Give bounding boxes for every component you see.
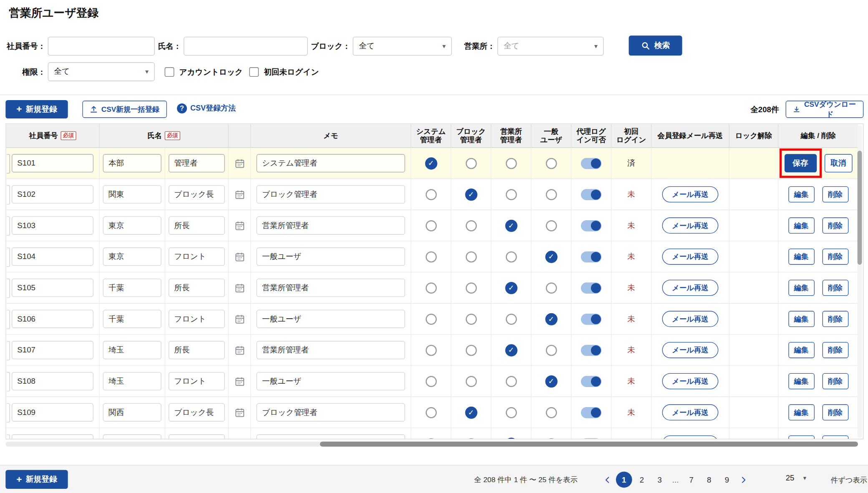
name-first-field[interactable]: フロント [169, 372, 225, 390]
delete-button[interactable]: 削除 [822, 217, 848, 234]
block-admin-radio[interactable]: ✓ [465, 282, 477, 294]
mail-resend-button[interactable]: メール再送 [662, 186, 718, 203]
csv-download-button[interactable]: CSVダウンロード [786, 101, 864, 118]
new-register-button[interactable]: + 新規登録 [5, 100, 68, 118]
page-button-8[interactable]: 8 [701, 472, 717, 488]
vertical-scrollbar-thumb[interactable] [858, 151, 862, 264]
office-admin-radio[interactable]: ✓ [505, 344, 517, 356]
system-admin-radio[interactable]: ✓ [425, 282, 437, 294]
employee-no-field[interactable]: S105 [12, 279, 93, 297]
name-last-field[interactable]: 本部 [103, 154, 161, 172]
memo-field[interactable]: 営業所管理者 [257, 341, 405, 359]
delete-button[interactable]: 削除 [822, 342, 848, 358]
name-first-field[interactable]: 所長 [169, 434, 225, 439]
name-last-field[interactable]: 埼玉 [103, 341, 161, 359]
block-admin-radio[interactable]: ✓ [465, 438, 477, 439]
delete-button[interactable]: 削除 [822, 280, 848, 296]
general-user-radio[interactable]: ✓ [545, 189, 557, 200]
memo-field[interactable]: 営業所管理者 [257, 216, 405, 235]
proxy-login-toggle[interactable] [581, 158, 601, 169]
system-admin-radio[interactable]: ✓ [425, 345, 437, 356]
first-login-filter-checkbox[interactable] [249, 67, 259, 77]
memo-field[interactable]: 一般ユーザ [257, 310, 405, 328]
page-button-3[interactable]: 3 [651, 472, 668, 488]
csv-help-link[interactable]: ? CSV登録方法 [177, 103, 236, 113]
name-last-field[interactable]: 千葉 [103, 310, 161, 328]
name-first-field[interactable]: ブロック長 [169, 185, 225, 204]
system-admin-radio[interactable]: ✓ [425, 220, 437, 231]
name-first-field[interactable]: 所長 [169, 216, 225, 235]
employee-no-field[interactable]: S103 [12, 216, 93, 235]
calendar-icon[interactable] [234, 251, 245, 262]
general-user-radio[interactable]: ✓ [545, 251, 557, 263]
employee-no-field[interactable]: S109 [12, 403, 93, 422]
office-admin-radio[interactable]: ✓ [505, 438, 517, 440]
name-first-field[interactable]: フロント [169, 310, 225, 328]
account-lock-checkbox[interactable] [165, 67, 174, 77]
page-button-1[interactable]: 1 [616, 472, 632, 488]
system-admin-radio[interactable]: ✓ [425, 251, 437, 262]
proxy-login-toggle[interactable] [581, 189, 601, 200]
name-last-field[interactable]: 埼玉 [103, 372, 161, 390]
mail-resend-button[interactable]: メール再送 [662, 280, 718, 296]
delete-button[interactable]: 削除 [822, 373, 848, 390]
page-button-9[interactable]: 9 [719, 472, 735, 488]
next-page-button[interactable] [737, 472, 750, 487]
proxy-login-toggle[interactable] [581, 251, 601, 262]
name-last-field[interactable]: 千葉 [103, 279, 161, 297]
name-first-field[interactable]: 管理者 [169, 154, 225, 172]
name-first-field[interactable]: 所長 [169, 279, 225, 297]
general-user-radio[interactable]: ✓ [545, 313, 557, 325]
page-size-select[interactable]: 25 ▾ [786, 473, 806, 482]
general-user-radio[interactable]: ✓ [545, 158, 557, 169]
employee-no-field[interactable]: S110 [12, 434, 93, 439]
employee-no-field[interactable]: S106 [12, 310, 93, 328]
horizontal-scrollbar-thumb[interactable] [320, 442, 858, 447]
calendar-icon[interactable] [234, 282, 245, 294]
proxy-login-toggle[interactable] [581, 220, 601, 231]
system-admin-radio[interactable]: ✓ [425, 438, 437, 439]
office-select[interactable]: 全て ▾ [497, 37, 604, 55]
name-last-field[interactable]: 関西 [103, 403, 161, 422]
edit-button[interactable]: 編集 [788, 435, 815, 439]
edit-button[interactable]: 編集 [788, 342, 815, 358]
memo-field[interactable]: ブロック管理者 [257, 403, 405, 422]
save-button[interactable]: 保存 [784, 154, 816, 172]
office-admin-radio[interactable]: ✓ [505, 313, 517, 324]
calendar-icon[interactable] [234, 189, 245, 200]
prev-page-button[interactable] [601, 472, 614, 487]
proxy-login-toggle[interactable] [581, 282, 601, 294]
edit-button[interactable]: 編集 [788, 186, 815, 203]
name-last-field[interactable]: 大阪 [103, 434, 161, 439]
edit-button[interactable]: 編集 [788, 249, 815, 265]
block-select[interactable]: 全て ▾ [353, 37, 452, 55]
mail-resend-button[interactable]: メール再送 [662, 373, 718, 390]
delete-button[interactable]: 削除 [822, 404, 848, 420]
office-admin-radio[interactable]: ✓ [505, 376, 517, 387]
general-user-radio[interactable]: ✓ [545, 438, 557, 439]
block-admin-radio[interactable]: ✓ [465, 313, 477, 324]
mail-resend-button[interactable]: メール再送 [662, 435, 718, 439]
system-admin-radio[interactable]: ✓ [425, 313, 437, 324]
edit-button[interactable]: 編集 [788, 404, 815, 420]
proxy-login-toggle[interactable] [581, 345, 601, 356]
name-last-field[interactable]: 東京 [103, 247, 161, 266]
employee-no-field[interactable]: S102 [12, 185, 93, 204]
general-user-radio[interactable]: ✓ [545, 282, 557, 294]
general-user-radio[interactable]: ✓ [545, 220, 557, 231]
page-button-7[interactable]: 7 [683, 472, 699, 488]
block-admin-radio[interactable]: ✓ [465, 406, 477, 418]
delete-button[interactable]: 削除 [822, 249, 848, 265]
cancel-button[interactable]: 取消 [824, 154, 852, 172]
general-user-radio[interactable]: ✓ [545, 407, 557, 418]
calendar-icon[interactable] [234, 313, 245, 324]
page-button-2[interactable]: 2 [634, 472, 650, 488]
mail-resend-button[interactable]: メール再送 [662, 311, 718, 327]
name-first-field[interactable]: フロント [169, 247, 225, 266]
office-admin-radio[interactable]: ✓ [505, 189, 517, 200]
edit-button[interactable]: 編集 [788, 373, 815, 390]
delete-button[interactable]: 削除 [822, 311, 848, 327]
csv-bulk-register-button[interactable]: CSV新規一括登録 [82, 101, 167, 118]
employee-no-filter-input[interactable] [48, 37, 155, 55]
horizontal-scrollbar-track[interactable] [5, 442, 858, 447]
